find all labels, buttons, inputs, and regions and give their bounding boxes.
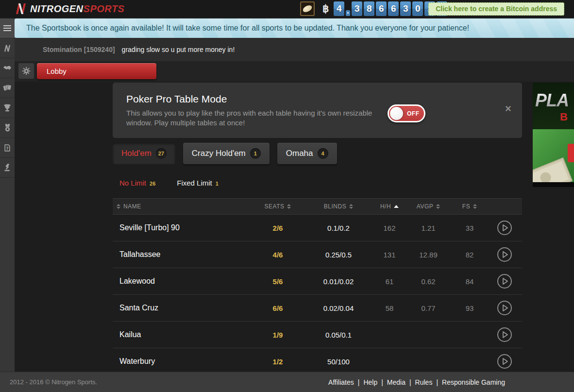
table-blinds: 50/100	[302, 358, 375, 366]
table-row[interactable]: Lakewood 5/6 0.01/0.02 61 0.62 84	[113, 268, 522, 295]
filter-count: 1	[216, 181, 219, 187]
table-row[interactable]: Waterbury 1/2 50/100	[113, 348, 522, 375]
column-header-blinds[interactable]: BLINDS	[302, 203, 375, 210]
filter-no-limit[interactable]: No Limit 26	[119, 179, 155, 187]
sidebar-item-sports[interactable]	[0, 38, 15, 58]
table-flops-seen: 33	[453, 224, 487, 232]
footer-links: Affiliates|Help|Media|Rules|Responsible …	[328, 378, 505, 386]
table-name: Lakewood	[113, 277, 253, 286]
filter-label: No Limit	[119, 179, 146, 187]
join-table-play-button[interactable]	[497, 327, 512, 342]
join-table-play-button[interactable]	[497, 300, 512, 316]
announcement-text: The Sportsbook is once again available! …	[15, 18, 574, 38]
pro-mode-toggle[interactable]: OFF	[388, 104, 425, 122]
ad-headline-text: PLA	[535, 90, 569, 111]
footer-link[interactable]: Help	[363, 378, 377, 386]
table-seats: 1/9	[253, 331, 302, 339]
create-bitcoin-address-button[interactable]: Click here to create a Bitcoin address	[428, 2, 564, 16]
column-label: AVGP	[417, 203, 433, 210]
table-seats: 5/6	[253, 277, 302, 286]
sidebar: ?	[0, 18, 15, 372]
column-header-avgp[interactable]: AVGP	[404, 203, 453, 210]
join-table-play-button[interactable]	[497, 273, 512, 289]
chat-row: Stomination [1509240] grading slow so u …	[15, 38, 574, 61]
top-bar: NITROGENSPORTS ฿ 438663012 Click here to…	[0, 0, 574, 17]
footer-link[interactable]: Affiliates	[328, 378, 354, 386]
filter-label: Fixed Limit	[177, 179, 212, 187]
close-icon[interactable]: ×	[505, 104, 511, 114]
table-row[interactable]: Santa Cruz 6/6 0.02/0.04 58 0.77 93	[113, 295, 522, 322]
table-row[interactable]: Kailua 1/9 0.05/0.1	[113, 322, 522, 348]
balance-display: ฿ 438663012	[300, 1, 447, 16]
poker-pro-panel: Poker Pro Table Mode This allows you to …	[113, 83, 522, 138]
column-label: H/H	[380, 203, 391, 210]
sidebar-item-tournaments[interactable]	[0, 98, 15, 118]
footer-link-separator: |	[381, 378, 383, 386]
tab-count-badge: 27	[156, 148, 167, 159]
medal-icon	[4, 124, 11, 132]
join-table-play-button[interactable]	[497, 354, 512, 369]
chat-message: grading slow so u put more money in!	[122, 46, 235, 53]
column-header-name[interactable]: NAME	[113, 203, 253, 210]
sort-icon	[473, 204, 477, 209]
bitcoin-symbol: ฿	[322, 3, 329, 15]
table-seats: 4/6	[253, 251, 302, 259]
tab-lobby[interactable]: Lobby	[37, 63, 156, 79]
table-hands-per-hour: 61	[375, 277, 404, 286]
brand-logo[interactable]: NITROGENSPORTS	[15, 3, 124, 15]
table-row[interactable]: Seville [Turbo] 90 2/6 0.1/0.2 162 1.21 …	[113, 215, 522, 241]
advertisement-banner[interactable]: PLA B	[533, 83, 574, 187]
table-blinds: 0.01/0.02	[302, 277, 375, 286]
ad-bottom-strip	[533, 182, 574, 187]
sidebar-item-auction[interactable]	[0, 158, 15, 178]
trophy-icon	[3, 104, 11, 112]
join-table-play-button[interactable]	[497, 220, 512, 236]
nitrogen-logo-icon	[3, 45, 11, 52]
table-blinds: 0.25/0.5	[302, 251, 375, 259]
tab-holdem[interactable]: Hold'em 27	[113, 143, 175, 164]
gavel-icon	[3, 164, 11, 171]
column-header-hh[interactable]: H/H	[375, 203, 404, 210]
balance-digit: 6	[388, 1, 399, 16]
table-flops-seen: 84	[453, 277, 487, 286]
football-icon[interactable]	[300, 1, 315, 16]
announcement-banner: The Sportsbook is once again available! …	[15, 18, 574, 38]
table-average-pot: 12.89	[404, 251, 453, 259]
tab-label: Omaha	[286, 149, 313, 158]
column-label: SEATS	[265, 203, 285, 210]
tab-crazy-holdem[interactable]: Crazy Hold'em 1	[183, 143, 270, 164]
column-header-fs[interactable]: FS	[453, 203, 487, 210]
chat-username[interactable]: Stomination [1509240]	[43, 46, 115, 53]
table-seats: 1/2	[253, 358, 302, 366]
svg-text:?: ?	[6, 146, 9, 151]
sidebar-item-rewards[interactable]	[0, 118, 15, 138]
tab-omaha[interactable]: Omaha 4	[277, 143, 337, 164]
footer-link[interactable]: Media	[387, 378, 405, 386]
footer-link-separator: |	[358, 378, 360, 386]
sort-icon	[436, 204, 440, 209]
balance-digit: 3	[352, 1, 362, 16]
table-seats: 2/6	[253, 224, 302, 232]
footer-link[interactable]: Responsible Gaming	[442, 378, 505, 386]
sidebar-item-help[interactable]: ?	[0, 138, 15, 158]
footer: 2012 - 2016 © Nitrogen Sports. Affiliate…	[0, 372, 574, 392]
balance-decimal-point	[346, 10, 350, 16]
tables-list: NAME SEATS BLINDS H/H AVGP	[113, 198, 522, 375]
panel-title: Poker Pro Table Mode	[126, 93, 508, 105]
footer-link[interactable]: Rules	[415, 378, 433, 386]
settings-button[interactable]	[18, 63, 34, 79]
table-hands-per-hour: 131	[375, 251, 404, 259]
sidebar-item-p2p-betting[interactable]	[0, 58, 15, 78]
filter-fixed-limit[interactable]: Fixed Limit 1	[177, 179, 219, 187]
sidebar-item-poker[interactable]	[0, 78, 15, 98]
table-name: Waterbury	[113, 357, 253, 366]
sidebar-item-menu[interactable]	[0, 18, 15, 38]
table-flops-seen: 93	[453, 304, 487, 312]
sort-icon	[349, 204, 353, 209]
table-row[interactable]: Tallahassee 4/6 0.25/0.5 131 12.89 82	[113, 241, 522, 268]
join-table-play-button[interactable]	[497, 247, 512, 262]
help-card-icon: ?	[3, 144, 11, 152]
column-header-seats[interactable]: SEATS	[253, 203, 302, 210]
limit-filters: No Limit 26 Fixed Limit 1	[119, 179, 219, 187]
balance-digit: 8	[364, 1, 374, 16]
